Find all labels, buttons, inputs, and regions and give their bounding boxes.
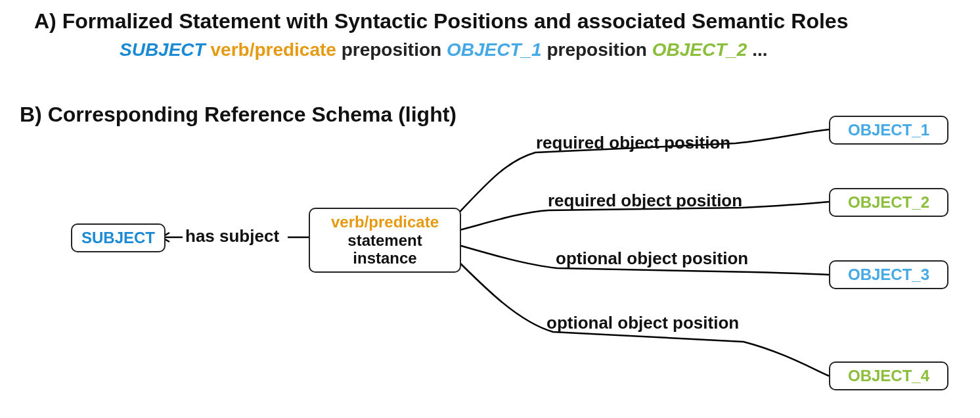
node-object-2-label: OBJECT_2 xyxy=(848,193,929,211)
node-statement-instance: verb/predicate statement instance xyxy=(309,208,461,273)
section-a-heading: A) Formalized Statement with Syntactic P… xyxy=(34,9,848,34)
node-object-4: OBJECT_4 xyxy=(829,361,948,390)
edge-required-1: required object position xyxy=(536,133,730,153)
token-preposition-1: preposition xyxy=(342,39,441,60)
edge-required-2: required object position xyxy=(548,191,742,211)
section-b-heading: B) Corresponding Reference Schema (light… xyxy=(20,103,457,127)
node-object-2: OBJECT_2 xyxy=(829,188,948,217)
diagram-page: A) Formalized Statement with Syntactic P… xyxy=(0,0,980,418)
token-ellipsis: ... xyxy=(752,39,767,60)
token-object-1: OBJECT_1 xyxy=(447,39,542,60)
statement-template: SUBJECT verb/predicate preposition OBJEC… xyxy=(120,39,768,60)
node-subject: SUBJECT xyxy=(71,223,166,252)
token-object-2: OBJECT_2 xyxy=(652,39,747,60)
node-object-3: OBJECT_3 xyxy=(829,260,948,289)
edge-has-subject: has subject xyxy=(185,226,279,246)
node-subject-label: SUBJECT xyxy=(81,229,155,246)
node-center-rest: statement instance xyxy=(319,231,451,267)
node-object-1: OBJECT_1 xyxy=(829,116,948,145)
edge-optional-4: optional object position xyxy=(546,313,739,333)
node-center-verb: verb/predicate xyxy=(319,213,451,231)
edge-optional-3: optional object position xyxy=(556,248,748,269)
token-subject: SUBJECT xyxy=(120,39,206,60)
node-object-3-label: OBJECT_3 xyxy=(848,266,929,283)
node-object-1-label: OBJECT_1 xyxy=(848,121,929,139)
token-verb: verb/predicate xyxy=(210,39,336,60)
token-preposition-2: preposition xyxy=(546,39,646,60)
node-object-4-label: OBJECT_4 xyxy=(848,367,929,384)
